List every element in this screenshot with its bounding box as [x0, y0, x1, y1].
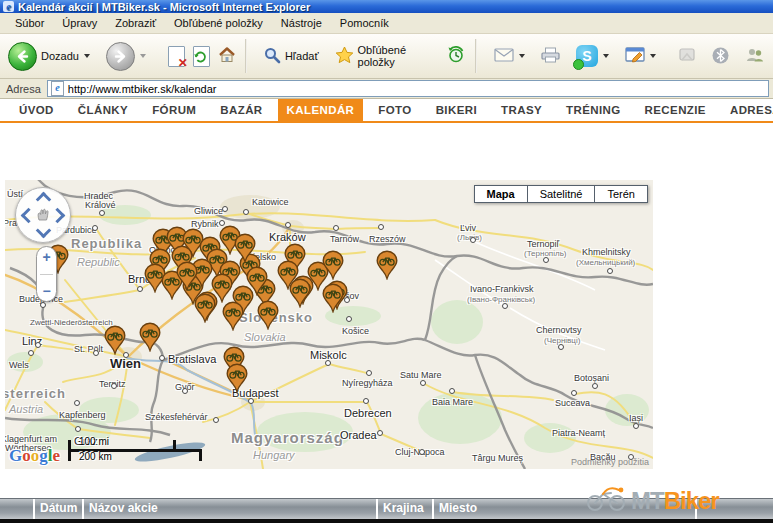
skype-icon: S: [576, 45, 598, 67]
city-label-ko-ice: Košice: [342, 326, 369, 336]
nav-item-foto[interactable]: FOTO: [369, 99, 420, 121]
map-type-satelitn[interactable]: Satelitné: [528, 185, 596, 203]
nav-item-baz-r[interactable]: BAZÁR: [211, 99, 271, 121]
google-logo-letter: g: [39, 446, 48, 465]
city-dot-katowice: [243, 209, 249, 215]
mail-dropdown-icon[interactable]: [519, 54, 525, 58]
nav-item-bikeri[interactable]: BIKERI: [427, 99, 486, 121]
map-type-ter-n[interactable]: Terén: [595, 185, 648, 203]
forward-button[interactable]: [102, 40, 150, 73]
search-button[interactable]: Hľadať: [260, 45, 323, 68]
forward-dropdown-icon[interactable]: [140, 54, 146, 58]
event-marker-38[interactable]: [246, 266, 268, 296]
city-label-ternopi: Ternopiľ: [527, 239, 559, 249]
nav-item-l-nky[interactable]: ČLÁNKY: [69, 99, 137, 121]
map-type-mapa[interactable]: Mapa: [474, 185, 528, 203]
refresh-button[interactable]: [189, 44, 214, 69]
events-map[interactable]: RepublikaRepublicÖsterreichAustriaSloven…: [5, 180, 653, 469]
city-dot-ny-regyh-za: [366, 370, 372, 376]
menu-ob-ben-polo-ky[interactable]: Obľúbené položky: [165, 14, 272, 32]
menu-s-bor[interactable]: Súbor: [6, 14, 53, 32]
logo-biker: Biker: [664, 487, 719, 515]
refresh-icon: [193, 46, 210, 67]
city-label-ivano-frankivsk: Ivano-Frankivsk: [470, 284, 534, 294]
title-bar: e Kalendár akcií | MTBiker.sk - Microsof…: [0, 0, 773, 13]
mail-icon: [494, 48, 514, 64]
city-label-katowice: Katowice: [252, 197, 289, 207]
event-marker-27[interactable]: [376, 250, 398, 280]
mtbiker-logo: MT Biker: [583, 487, 719, 515]
menu-zobrazi[interactable]: Zobraziť: [106, 14, 165, 32]
back-dropdown-icon[interactable]: [84, 54, 90, 58]
map-zoom-control: + −: [36, 246, 57, 302]
print-button[interactable]: [537, 45, 564, 67]
city-dot-graz: [75, 426, 81, 432]
event-marker-20[interactable]: [257, 300, 279, 330]
skype-button[interactable]: S: [572, 43, 613, 69]
city-label-wels: Wels: [9, 360, 29, 370]
nav-item-adres-r[interactable]: ADRESÁR: [721, 99, 773, 121]
back-button[interactable]: Dozadu: [4, 40, 94, 73]
nav-item-trasy[interactable]: TRASY: [492, 99, 551, 121]
menu-n-stroje[interactable]: Nástroje: [272, 14, 331, 32]
event-marker-25[interactable]: [322, 250, 344, 280]
event-marker-33[interactable]: [234, 233, 256, 263]
city-label-oradea: Oradea: [340, 429, 377, 441]
menu-pravy[interactable]: Úpravy: [53, 14, 106, 32]
contacts-icon: [745, 47, 765, 65]
edit-button[interactable]: [621, 45, 660, 67]
home-icon: [218, 47, 236, 65]
history-icon: [446, 45, 466, 67]
toolbar-separator-2: [475, 39, 477, 73]
pan-hand-icon: [34, 205, 52, 227]
city-label-krak-w: Kraków: [269, 231, 306, 243]
event-marker-31[interactable]: [289, 278, 311, 308]
event-marker-3[interactable]: [139, 322, 161, 352]
event-marker-30[interactable]: [226, 363, 248, 393]
city-dot-item: [502, 303, 508, 309]
menu-pomocn-k[interactable]: Pomocník: [331, 14, 398, 32]
menu-bar: SúborÚpravyZobraziťObľúbené položkyNástr…: [0, 13, 773, 34]
city-label-viv: Ľviv: [460, 223, 476, 233]
event-marker-37[interactable]: [176, 261, 198, 291]
city-dot-pardubice: [92, 225, 98, 231]
event-marker-2[interactable]: [104, 325, 126, 355]
stop-button[interactable]: ✕: [164, 44, 189, 69]
address-input[interactable]: [68, 83, 765, 95]
map-pan-control[interactable]: [15, 187, 71, 243]
mail-button[interactable]: [490, 46, 529, 66]
toolbar: Dozadu ✕: [0, 34, 773, 79]
zoom-in-button[interactable]: +: [42, 250, 50, 264]
event-marker-28[interactable]: [194, 293, 216, 323]
skype-dropdown-icon[interactable]: [603, 54, 609, 58]
pan-right-icon[interactable]: [50, 208, 66, 224]
city-dot-budejovice: [40, 302, 46, 308]
city-label-sz-kesfeh-rv-r: Székesfehérvár: [145, 412, 208, 422]
nav-item-f-rum[interactable]: FÓRUM: [143, 99, 205, 121]
home-button[interactable]: [214, 45, 240, 67]
nav-item-vod[interactable]: ÚVOD: [10, 99, 63, 121]
content-spacer: [0, 123, 773, 180]
event-marker-19[interactable]: [222, 301, 244, 331]
ie-icon: e: [3, 1, 14, 12]
city-dot-sz-kesfeh-rv-r: [213, 417, 219, 423]
nav-item-recenzie[interactable]: RECENZIE: [636, 99, 715, 121]
city-dot-brno: [137, 286, 143, 292]
edit-dropdown-icon[interactable]: [650, 54, 656, 58]
nav-item-tr-ning[interactable]: TRÉNING: [557, 99, 630, 121]
bluetooth-button[interactable]: [708, 45, 733, 68]
edit-icon: [625, 47, 645, 65]
forward-icon: [106, 42, 135, 71]
history-button[interactable]: [442, 43, 470, 69]
map-attribution[interactable]: Podmienky použitia: [571, 457, 649, 467]
city-dot-item: [558, 344, 564, 350]
contacts-button[interactable]: [741, 45, 769, 67]
address-label: Adresa: [6, 83, 41, 95]
nav-item-kalend-r[interactable]: KALENDÁR: [278, 99, 364, 121]
zoom-out-button[interactable]: −: [42, 284, 50, 298]
favorites-button[interactable]: Obľúbené položky: [331, 42, 434, 70]
messenger-button[interactable]: [674, 45, 700, 67]
city-dot-gy-r: [182, 388, 188, 394]
event-marker-32[interactable]: [322, 283, 344, 313]
back-label: Dozadu: [41, 50, 79, 62]
